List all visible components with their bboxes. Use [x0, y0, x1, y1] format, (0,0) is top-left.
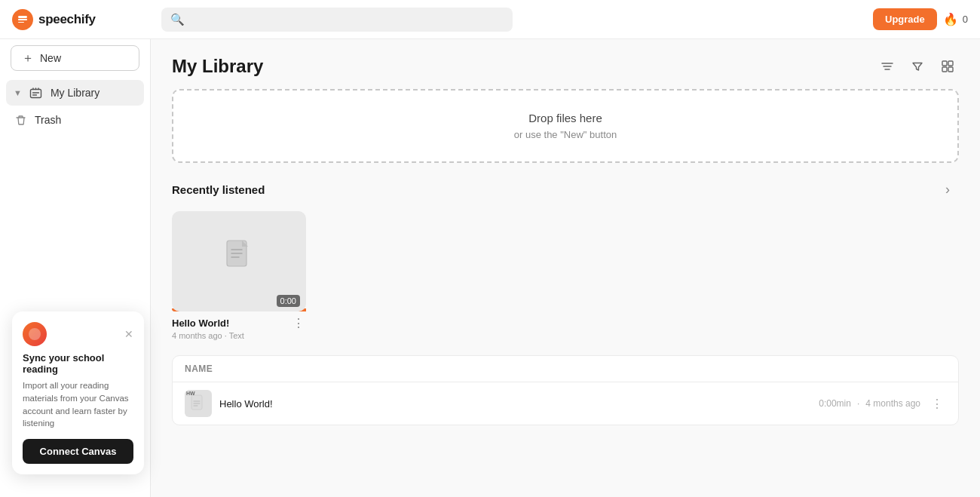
canvas-popup-description: Import all your reading materials from y… [23, 379, 133, 430]
section-arrow-button[interactable]: › [936, 178, 959, 201]
card-duration: 0:00 [277, 295, 300, 307]
upgrade-button[interactable]: Upgrade [873, 8, 937, 30]
app-header: speechify 🔍 Upgrade 🔥 0 [0, 0, 980, 39]
main-content: My Library [151, 39, 980, 497]
main-header: My Library [151, 39, 980, 89]
sidebar-item-trash-label: Trash [35, 114, 61, 126]
filter-icon-button[interactable] [906, 57, 929, 76]
chevron-down-icon: ▼ [14, 88, 22, 97]
drop-zone-subtitle: or use the "New" button [188, 129, 942, 140]
file-thumbnail: HW [185, 390, 212, 417]
canvas-popup-title: Sync your school reading [23, 352, 133, 375]
card-meta: 4 months ago · Text [172, 331, 244, 340]
svg-rect-0 [31, 89, 41, 97]
card-thumbnail: 0:00 [172, 211, 306, 311]
credits-count: 0 [963, 14, 968, 25]
new-button-label: New [40, 52, 61, 64]
doc-icon [224, 239, 254, 284]
drop-zone[interactable]: Drop files here or use the "New" button [172, 89, 959, 163]
search-icon: 🔍 [170, 13, 185, 26]
header-icons [876, 57, 959, 76]
credits-icon: 🔥 [943, 12, 958, 26]
logo-text: speechify [38, 12, 96, 27]
sidebar-nav: ▼ My Library [0, 80, 150, 133]
sidebar-item-my-library[interactable]: ▼ My Library [6, 80, 144, 106]
plus-icon: ＋ [22, 52, 34, 64]
file-thumb-label: HW [186, 391, 195, 396]
svg-rect-7 [191, 395, 202, 410]
card-info: Hello World! 4 months ago · Text ⋮ [172, 318, 306, 340]
trash-icon [14, 113, 27, 127]
file-name: Hello World! [219, 398, 811, 410]
file-ago: 4 months ago [865, 398, 920, 409]
search-bar: 🔍 [161, 8, 513, 32]
canvas-popup-header: ✕ [23, 322, 133, 346]
svg-rect-4 [948, 67, 953, 72]
drop-zone-title: Drop files here [188, 112, 942, 124]
card-more-button[interactable]: ⋮ [291, 318, 306, 330]
file-list: Name HW Hello World! 0:00min · 4 mo [172, 355, 959, 425]
svg-rect-1 [942, 61, 947, 66]
canvas-connect-button[interactable]: Connect Canvas [23, 439, 133, 464]
cards-row: 0:00 Hello World! 4 months ago · [172, 211, 959, 340]
card-name: Hello World! [172, 318, 244, 329]
search-input[interactable] [191, 14, 504, 26]
card-text-info: Hello World! 4 months ago · Text [172, 318, 244, 340]
svg-rect-2 [948, 61, 953, 66]
card-ago: 4 months ago [172, 331, 222, 340]
file-list-col-name: Name [185, 364, 213, 374]
sidebar-item-trash[interactable]: Trash [6, 107, 144, 133]
recently-listened-section: Recently listened › [151, 178, 980, 340]
file-list-header: Name [173, 356, 958, 382]
file-row[interactable]: HW Hello World! 0:00min · 4 months ago ⋮ [173, 382, 958, 425]
section-header: Recently listened › [172, 178, 959, 201]
logo-area: speechify [12, 9, 140, 30]
new-button[interactable]: ＋ New [11, 45, 139, 71]
canvas-popup: ✕ Sync your school reading Import all yo… [12, 311, 144, 474]
credits-badge: 🔥 0 [943, 12, 968, 26]
canvas-close-button[interactable]: ✕ [124, 329, 133, 339]
svg-rect-3 [942, 67, 947, 72]
file-more-button[interactable]: ⋮ [928, 397, 946, 411]
recently-listened-title: Recently listened [172, 183, 265, 196]
canvas-icon-inner [29, 328, 41, 340]
sort-icon-button[interactable] [876, 57, 899, 76]
page-title: My Library [172, 56, 263, 77]
file-separator: · [857, 398, 859, 409]
canvas-icon [23, 322, 47, 346]
layout-icon-button[interactable] [936, 57, 959, 76]
file-meta: 0:00min · 4 months ago [819, 398, 920, 409]
recently-listened-card[interactable]: 0:00 Hello World! 4 months ago · [172, 211, 306, 340]
file-duration: 0:00min [819, 398, 851, 409]
library-icon [29, 86, 43, 100]
card-type: Text [229, 331, 244, 340]
speechify-logo-icon [12, 9, 33, 30]
sidebar-item-my-library-label: My Library [51, 87, 100, 99]
